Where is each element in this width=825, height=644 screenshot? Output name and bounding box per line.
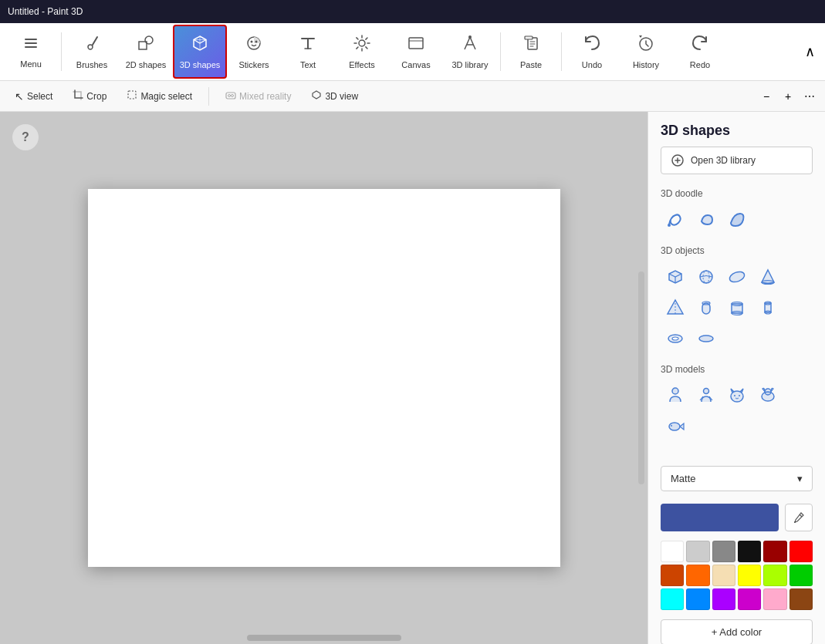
3d-cube[interactable] [661, 262, 690, 292]
model-person-1[interactable] [661, 381, 690, 410]
svg-point-39 [734, 395, 735, 396]
view-3d-label: 3D view [325, 91, 358, 102]
color-preview[interactable] [661, 504, 779, 531]
history-button[interactable]: History [619, 25, 673, 79]
brushes-button[interactable]: Brushes [65, 25, 119, 79]
magic-select-icon [127, 89, 137, 103]
shapes-2d-button[interactable]: 2D shapes [119, 25, 173, 79]
menu-button[interactable]: Menu [4, 25, 58, 79]
mixed-reality-button[interactable]: Mixed reality [217, 86, 299, 106]
help-button[interactable]: ? [12, 124, 39, 150]
color-palette [648, 538, 825, 613]
view-3d-button[interactable]: 3D view [303, 86, 367, 106]
model-cat[interactable] [722, 381, 752, 410]
svg-point-23 [729, 270, 746, 284]
svg-point-38 [731, 391, 743, 402]
3d-donut[interactable] [661, 324, 690, 353]
open-library-label: Open 3D library [691, 155, 756, 166]
doodle-shape-1[interactable] [661, 205, 690, 234]
select-label: Select [27, 91, 52, 102]
library-btn-icon [671, 153, 685, 167]
doodle-shape-2[interactable] [691, 205, 721, 234]
collapse-button[interactable]: ∧ [798, 43, 821, 60]
svg-marker-18 [313, 91, 320, 99]
open-library-button[interactable]: Open 3D library [661, 147, 813, 174]
color-cell[interactable] [789, 565, 813, 586]
color-cell[interactable] [789, 541, 813, 562]
canvas-label: Canvas [401, 60, 430, 69]
undo-button[interactable]: Undo [565, 25, 619, 79]
shapes-2d-label: 2D shapes [126, 60, 167, 69]
eyedropper-button[interactable] [785, 504, 813, 531]
color-cell[interactable] [712, 588, 735, 610]
mixed-reality-label: Mixed reality [239, 91, 291, 102]
color-cell[interactable] [738, 588, 761, 610]
svg-point-29 [732, 312, 742, 315]
library-button[interactable]: 3D library [443, 25, 497, 79]
model-fish[interactable] [661, 412, 690, 441]
menu-label: Menu [20, 59, 42, 69]
svg-point-40 [739, 395, 740, 396]
divider-3 [561, 32, 562, 71]
color-cell[interactable] [763, 588, 786, 610]
svg-point-4 [145, 36, 153, 44]
paste-label: Paste [520, 60, 542, 69]
svg-rect-1 [25, 42, 37, 44]
doodle-shape-3[interactable] [722, 205, 752, 234]
canvas-vertical-scrollbar[interactable] [638, 271, 644, 484]
paste-button[interactable]: Paste [504, 25, 558, 79]
color-cell[interactable] [661, 565, 684, 586]
canvas-horizontal-scrollbar[interactable] [247, 635, 401, 641]
stickers-button[interactable]: Stickers [227, 25, 281, 79]
zoom-in-button[interactable]: + [779, 87, 797, 106]
color-cell[interactable] [712, 565, 735, 586]
canvas-button[interactable]: Canvas [389, 25, 443, 79]
more-options-button[interactable]: ⋯ [800, 87, 819, 106]
svg-point-24 [762, 281, 774, 285]
svg-point-32 [765, 311, 771, 314]
add-color-button[interactable]: + Add color [661, 619, 813, 644]
material-dropdown[interactable]: Matte ▾ [661, 466, 813, 491]
model-dog[interactable] [753, 381, 783, 410]
magic-select-label: Magic select [140, 91, 192, 102]
3d-pyramid[interactable] [661, 293, 690, 322]
model-person-2[interactable] [691, 381, 721, 410]
color-cell[interactable] [763, 565, 786, 586]
3d-cone[interactable] [753, 262, 783, 292]
color-cell[interactable] [738, 541, 761, 562]
color-cell[interactable] [686, 541, 709, 562]
shapes-2d-icon [137, 34, 155, 57]
color-cell[interactable] [763, 541, 786, 562]
3d-disc[interactable] [691, 324, 721, 353]
crop-button[interactable]: Crop [64, 86, 115, 106]
svg-point-28 [732, 302, 742, 306]
main-area: ? 3D shapes Open 3D library 3D doodle [0, 112, 825, 644]
3d-tube[interactable] [691, 293, 721, 322]
color-cell[interactable] [661, 541, 684, 562]
color-cell[interactable] [686, 565, 709, 586]
color-cell[interactable] [661, 588, 684, 610]
zoom-out-button[interactable]: − [757, 87, 776, 106]
color-cell[interactable] [686, 588, 709, 610]
color-cell[interactable] [712, 541, 735, 562]
divider-1 [61, 32, 62, 71]
3d-cylinder[interactable] [722, 293, 752, 322]
color-cell[interactable] [789, 588, 813, 610]
3d-oval[interactable] [722, 262, 752, 292]
3d-capsule[interactable] [753, 293, 783, 322]
magic-select-button[interactable]: Magic select [118, 86, 201, 106]
drawing-canvas[interactable] [88, 189, 560, 567]
redo-button[interactable]: Redo [673, 25, 727, 79]
material-label: Matte [671, 473, 696, 484]
svg-point-26 [702, 302, 710, 305]
color-cell[interactable] [738, 565, 761, 586]
select-button[interactable]: ↖ Select [6, 86, 61, 106]
undo-label: Undo [582, 60, 602, 69]
text-button[interactable]: Text [281, 25, 335, 79]
3d-sphere[interactable] [691, 262, 721, 292]
stickers-label: Stickers [238, 60, 269, 69]
shapes-3d-button[interactable]: 3D shapes [173, 25, 227, 79]
main-toolbar: Menu Brushes 2D shapes [0, 23, 825, 81]
zoom-controls: − + ⋯ [757, 87, 819, 106]
effects-button[interactable]: Effects [335, 25, 389, 79]
